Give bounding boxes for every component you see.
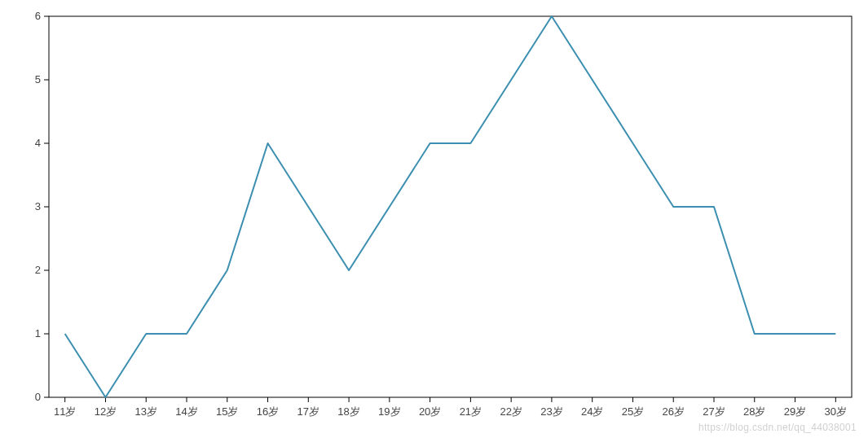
x-tick-label: 18岁 xyxy=(337,405,359,418)
x-tick-label: 27岁 xyxy=(703,405,725,418)
x-tick-label: 19岁 xyxy=(378,405,400,418)
y-tick-label: 4 xyxy=(35,137,41,149)
y-tick-label: 0 xyxy=(35,391,41,403)
chart-container: 012345611岁12岁13岁14岁15岁16岁17岁18岁19岁20岁21岁… xyxy=(0,0,868,438)
x-tick-label: 28岁 xyxy=(743,405,765,418)
x-tick-label: 23岁 xyxy=(540,405,562,418)
y-tick-label: 3 xyxy=(35,200,41,212)
x-tick-label: 29岁 xyxy=(784,405,806,418)
data-line xyxy=(65,16,836,397)
x-tick-label: 12岁 xyxy=(95,405,117,418)
x-tick-label: 15岁 xyxy=(216,405,238,418)
x-tick-label: 16岁 xyxy=(257,405,279,418)
plot-border xyxy=(49,16,852,397)
y-tick-label: 5 xyxy=(35,73,41,85)
y-tick-label: 6 xyxy=(35,10,41,22)
x-tick-label: 11岁 xyxy=(54,405,76,418)
x-tick-label: 26岁 xyxy=(662,405,684,418)
x-tick-label: 30岁 xyxy=(825,405,847,418)
x-tick-label: 17岁 xyxy=(297,405,319,418)
x-tick-label: 14岁 xyxy=(175,405,197,418)
x-tick-label: 13岁 xyxy=(135,405,157,418)
line-chart: 012345611岁12岁13岁14岁15岁16岁17岁18岁19岁20岁21岁… xyxy=(0,0,868,438)
x-tick-label: 25岁 xyxy=(622,405,644,418)
x-tick-label: 20岁 xyxy=(419,405,441,418)
y-tick-label: 1 xyxy=(35,327,41,339)
x-tick-label: 22岁 xyxy=(500,405,522,418)
x-tick-label: 21岁 xyxy=(460,405,482,418)
y-tick-label: 2 xyxy=(35,264,41,276)
x-tick-label: 24岁 xyxy=(581,405,603,418)
